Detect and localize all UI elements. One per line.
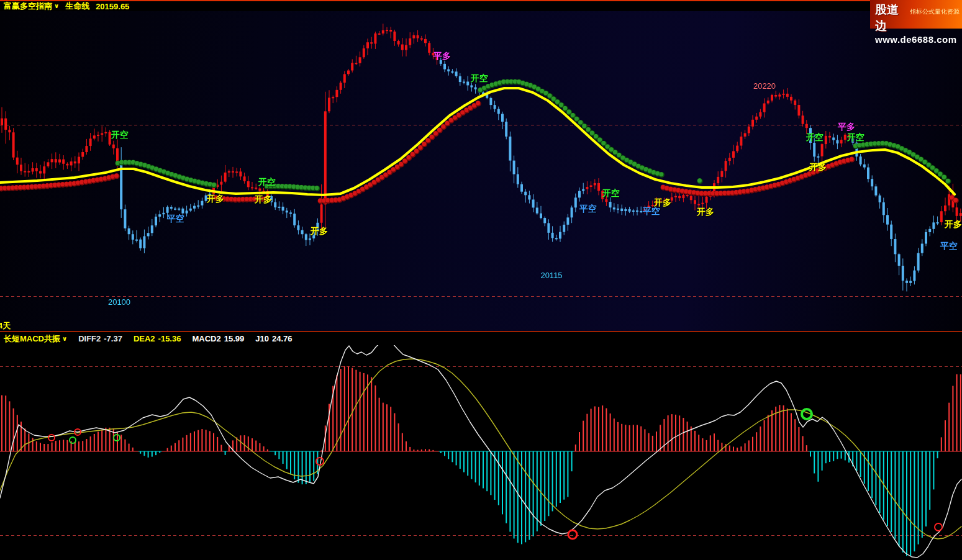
macd-field-label: DIFF2 bbox=[78, 334, 101, 343]
macd-indicator-selector[interactable]: 长短MACD共振 ∨ bbox=[4, 333, 67, 345]
macd-field-label: J10 bbox=[255, 334, 269, 343]
macd-field: DIFF2-7.37 bbox=[78, 334, 122, 343]
macd-field: MACD215.99 bbox=[192, 334, 244, 343]
brand-logo: 股道边 指标公式量化资源 www.de6688.com bbox=[870, 0, 962, 29]
macd-indicator-name: 长短MACD共振 bbox=[4, 333, 60, 345]
macd-chart-header: 长短MACD共振 ∨ DIFF2-7.37DEA2-15.36MACD215.9… bbox=[0, 331, 962, 345]
brand-tagline: 指标公式量化资源 bbox=[910, 7, 960, 16]
macd-field-label: DEA2 bbox=[134, 334, 155, 343]
main-chart-canvas[interactable] bbox=[0, 11, 962, 331]
macd-values-group: DIFF2-7.37DEA2-15.36MACD215.99J1024.76 bbox=[78, 334, 292, 343]
brand-name: 股道边 bbox=[875, 2, 907, 34]
main-chart-header: 富赢多空指南 ∨ 生命线 20159.65 bbox=[0, 1, 962, 11]
macd-field-value: -15.36 bbox=[158, 334, 181, 343]
line-value: 20159.65 bbox=[96, 2, 129, 11]
app: 富赢多空指南 ∨ 生命线 20159.65 股道边 指标公式量化资源 www.d… bbox=[0, 0, 962, 560]
chevron-down-icon: ∨ bbox=[54, 3, 59, 9]
brand-url: www.de6688.com bbox=[875, 34, 960, 45]
chevron-down-icon: ∨ bbox=[62, 336, 67, 342]
macd-field-value: 24.76 bbox=[272, 334, 293, 343]
macd-chart-canvas[interactable] bbox=[0, 345, 962, 560]
main-indicator-name: 富赢多空指南 bbox=[4, 1, 52, 12]
macd-chart-panel bbox=[0, 345, 962, 560]
macd-field-label: MACD2 bbox=[192, 334, 220, 343]
macd-field-value: 15.99 bbox=[224, 334, 245, 343]
macd-field: J1024.76 bbox=[255, 334, 292, 343]
macd-field: DEA2-15.36 bbox=[134, 334, 181, 343]
macd-field-value: -7.37 bbox=[104, 334, 122, 343]
line-name-label: 生命线 bbox=[65, 1, 89, 12]
main-indicator-selector[interactable]: 富赢多空指南 ∨ bbox=[4, 1, 59, 12]
main-chart-panel bbox=[0, 11, 962, 331]
